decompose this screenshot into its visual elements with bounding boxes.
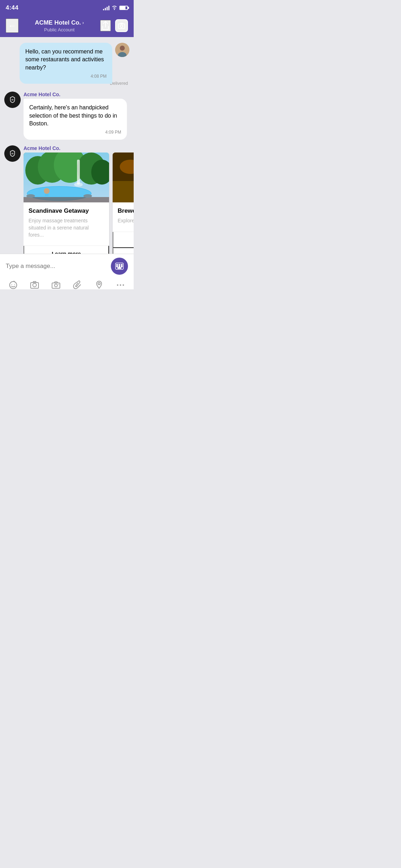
svg-rect-36 (117, 264, 118, 265)
header-center: ACME Hotel Co. › Public Account (19, 19, 100, 32)
svg-rect-0 (118, 24, 125, 29)
svg-point-43 (10, 281, 17, 289)
card-2-title: Brewery (118, 207, 134, 215)
bot-message-time-1: 4:09 PM (29, 130, 121, 135)
user-message-time: 4:08 PM (25, 74, 107, 79)
header-title: ACME Hotel Co. › (19, 19, 100, 26)
svg-rect-42 (118, 268, 121, 269)
svg-rect-41 (121, 266, 122, 267)
bot-message-row-2: H Acme Hotel Co. (4, 145, 129, 254)
svg-point-3 (120, 46, 125, 51)
svg-rect-37 (119, 264, 120, 265)
svg-point-19 (44, 188, 50, 194)
card-carousel[interactable]: Scandinave Getaway Enjoy massage treatme… (24, 153, 134, 254)
user-avatar (115, 43, 129, 57)
bot-message-row-1: H Acme Hotel Co. Certainly, here's an ha… (4, 92, 129, 140)
signal-icon (103, 5, 109, 10)
card-2-learn-more-btn[interactable]: Learn more (113, 232, 134, 248)
bot-avatar-1: H (4, 92, 21, 108)
svg-point-49 (55, 284, 57, 287)
svg-point-52 (117, 284, 118, 286)
svg-text:H: H (11, 152, 14, 155)
share-button[interactable] (100, 20, 111, 31)
user-bubble: Hello, can you recommend me some restaur… (20, 43, 112, 84)
svg-rect-38 (121, 264, 122, 265)
svg-point-54 (123, 284, 124, 286)
svg-point-53 (120, 284, 121, 286)
back-button[interactable]: ← (6, 19, 19, 33)
bot-bubble-1: Certainly, here's an handpicked selectio… (24, 99, 127, 140)
sticker-icon[interactable] (7, 279, 19, 289)
svg-point-1 (120, 25, 123, 27)
svg-rect-39 (117, 266, 118, 267)
svg-rect-20 (45, 194, 48, 196)
card-1-image (24, 153, 109, 202)
wifi-icon (112, 5, 117, 11)
svg-point-22 (26, 194, 35, 198)
input-area (0, 254, 134, 289)
svg-point-44 (11, 284, 12, 285)
bot-sender-name-1: Acme Hotel Co. (24, 92, 129, 97)
toolbar-icons (6, 279, 128, 289)
svg-point-51 (98, 283, 100, 285)
message-input[interactable] (6, 263, 107, 270)
svg-rect-40 (119, 266, 120, 267)
svg-rect-15 (77, 160, 80, 185)
attachment-icon[interactable] (72, 279, 84, 289)
header-subtitle: Public Account (19, 27, 100, 32)
more-icon[interactable] (114, 279, 127, 289)
header-actions (100, 19, 128, 32)
svg-text:H: H (11, 98, 14, 101)
svg-point-50 (58, 284, 59, 285)
svg-point-45 (14, 284, 15, 285)
status-time: 4:44 (6, 4, 19, 11)
photo-icon[interactable] (29, 279, 41, 289)
keyboard-button[interactable] (111, 258, 128, 275)
card-1-body: Scandinave Getaway Enjoy massage treatme… (24, 202, 109, 246)
header-chevron-icon: › (82, 20, 84, 25)
card-2-body: Brewery Explore B... scene ar... (113, 202, 134, 232)
svg-point-23 (83, 194, 92, 198)
chat-area: Hello, can you recommend me some restaur… (0, 37, 134, 254)
bot-content-1: Acme Hotel Co. Certainly, here's an hand… (24, 92, 129, 140)
user-message-row: Hello, can you recommend me some restaur… (4, 43, 129, 86)
status-icons (103, 5, 128, 11)
svg-point-46 (33, 283, 36, 287)
user-message-text: Hello, can you recommend me some restaur… (25, 48, 107, 72)
svg-rect-25 (113, 181, 134, 202)
card-2: Brewery Explore B... scene ar... Learn m… (113, 153, 134, 254)
message-input-row (6, 258, 128, 275)
card-1-desc: Enjoy massage treatments situated in a s… (29, 217, 104, 238)
bot-sender-name-2: Acme Hotel Co. (24, 145, 134, 151)
svg-point-16 (74, 182, 83, 187)
card-2-image (113, 153, 134, 202)
svg-rect-21 (24, 197, 109, 202)
card-1-actions: Learn more View activities Check availab… (24, 246, 109, 254)
card-2-view-activities-btn[interactable]: View activities (113, 248, 134, 254)
camera-icon[interactable] (50, 279, 62, 289)
battery-icon (119, 6, 128, 10)
card-2-desc: Explore B... scene ar... (118, 217, 134, 224)
card-1-title: Scandinave Getaway (29, 207, 104, 215)
header-title-text: ACME Hotel Co. (35, 19, 81, 26)
camera-button[interactable] (115, 19, 128, 32)
location-icon[interactable] (93, 279, 105, 289)
bot-avatar-2: H (4, 145, 21, 162)
card-1-learn-more-btn[interactable]: Learn more (24, 246, 109, 254)
bot-content-2: Acme Hotel Co. (24, 145, 134, 254)
header: ← ACME Hotel Co. › Public Account (0, 16, 134, 37)
card-1: Scandinave Getaway Enjoy massage treatme… (24, 153, 109, 254)
card-2-actions: Learn more View activities Check availab… (113, 232, 134, 254)
status-bar: 4:44 (0, 0, 134, 16)
bot-message-text-1: Certainly, here's an handpicked selectio… (29, 104, 121, 128)
